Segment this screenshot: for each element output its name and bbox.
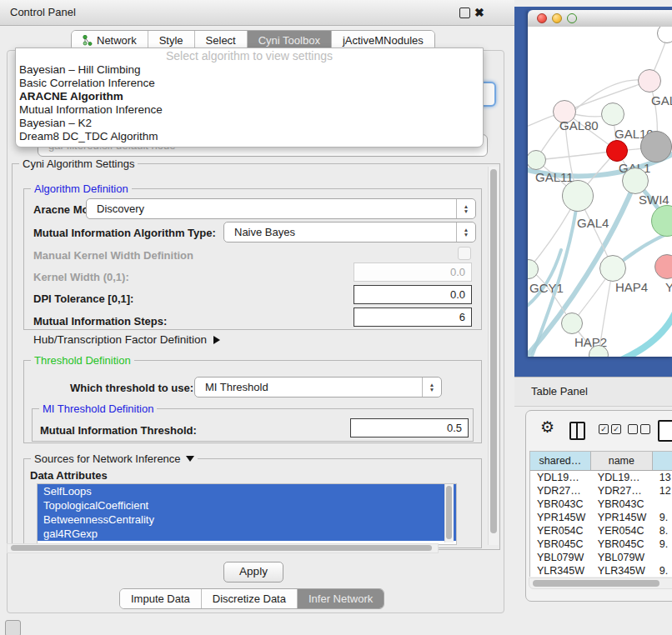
mi-steps-input[interactable]: 6 [354, 308, 472, 327]
attributes-vscrollbar[interactable] [444, 484, 454, 542]
settings-vscrollbar-thumb[interactable] [490, 169, 497, 533]
unchecked-box-icon [628, 424, 638, 434]
table-hscrollbar-thumb[interactable] [533, 580, 659, 587]
table-cell[interactable]: YDL19… [591, 471, 653, 484]
data-attribute-item[interactable]: SelfLoops [38, 484, 456, 498]
table-cell[interactable]: YBL079W [530, 551, 591, 564]
table-cell[interactable]: YER054C [530, 524, 591, 538]
dpi-tolerance-input[interactable]: 0.0 [354, 285, 472, 304]
sources-group-title[interactable]: Sources for Network Inference [31, 452, 198, 465]
manual-kernel-checkbox[interactable] [458, 247, 471, 260]
table-cell[interactable]: 9. [653, 564, 672, 577]
table-cell[interactable]: YPR145W [530, 511, 591, 524]
data-attribute-item[interactable]: TopologicalCoefficient [38, 498, 456, 512]
table-cell[interactable]: 13 [653, 471, 672, 484]
node-label: HAP4 [615, 280, 648, 294]
table-row[interactable]: YPR145WYPR145W9. [530, 511, 672, 524]
table-cell[interactable]: YDR27… [591, 484, 653, 498]
kernel-width-input[interactable]: 0.0 [354, 262, 472, 282]
settings-hscrollbar[interactable] [7, 543, 439, 553]
which-threshold-combo[interactable]: MI Threshold ▲▼ [194, 377, 442, 398]
table-hscrollbar[interactable] [529, 578, 672, 589]
mi-threshold-input[interactable]: 0.5 [350, 418, 469, 438]
table-cell[interactable]: YLR345W [530, 564, 591, 577]
table-cell[interactable]: YPR145W [591, 511, 653, 524]
attributes-vscrollbar-thumb[interactable] [446, 486, 452, 539]
table-row[interactable]: YER054CYER054C8. [530, 524, 672, 538]
algorithm-option[interactable]: Mutual Information Inference [16, 103, 483, 117]
aracne-mode-combo[interactable]: Discovery ▲▼ [86, 198, 476, 219]
tab-discretize-data[interactable]: Discretize Data [202, 589, 298, 608]
data-attribute-item[interactable]: BetweennessCentrality [38, 512, 456, 527]
column-view-icon[interactable] [569, 422, 585, 440]
algorithm-option[interactable]: Dream8 DC_TDC Algorithm [16, 130, 483, 143]
mini-panel-icon[interactable] [5, 620, 21, 635]
float-panel-icon[interactable] [459, 8, 470, 18]
minimize-traffic-icon[interactable] [552, 13, 562, 23]
table-cell[interactable]: YBL079W [591, 551, 653, 564]
column-header-shared-name[interactable]: shared… [530, 452, 591, 470]
gear-icon[interactable]: ⚙ [540, 418, 554, 437]
network-node-hap4[interactable] [599, 255, 626, 282]
mi-type-combo[interactable]: Naive Bayes ▲▼ [223, 222, 476, 242]
table-row[interactable]: YDR27…YDR27…12 [530, 484, 672, 498]
table-row[interactable]: YLR345WYLR345W9. [530, 564, 672, 577]
table-row[interactable]: YBR045CYBR045C9. [530, 538, 672, 551]
mi-type-value: Naive Bayes [234, 226, 295, 238]
table-cell[interactable]: YLR345W [591, 564, 653, 577]
network-node-gal[interactable] [638, 69, 661, 92]
table-cell[interactable]: YBR043C [591, 498, 653, 511]
algorithm-option[interactable]: Bayesian – K2 [16, 117, 483, 130]
column-header-name[interactable]: name [591, 452, 653, 470]
network-node[interactable] [640, 131, 672, 162]
data-attribute-item[interactable]: gal4RGexp [38, 527, 456, 541]
sources-title-text: Sources for Network Inference [34, 452, 181, 465]
algorithm-option[interactable]: ARACNE Algorithm [16, 90, 483, 103]
network-node-hap2[interactable] [561, 312, 583, 334]
zoom-traffic-icon[interactable] [567, 13, 577, 23]
network-node-gal10[interactable] [601, 102, 624, 126]
tab-infer-network[interactable]: Infer Network [298, 589, 384, 608]
table-cell[interactable]: YBR043C [530, 498, 591, 511]
hub-definition-toggle[interactable]: Hub/Transcription Factor Definition [33, 333, 220, 346]
table-cell[interactable]: YBR045C [591, 538, 653, 551]
select-all-checks-icon[interactable]: ✓✓ [599, 424, 624, 439]
algorithm-dropdown-placeholder: Select algorithm to view settings [16, 49, 483, 63]
table-cell[interactable]: YDL19… [530, 471, 591, 484]
node-label: GCY1 [529, 281, 564, 295]
node-table[interactable]: shared… name YDL19…YDL19…13YDR27…YDR27…1… [529, 451, 672, 577]
algorithm-option[interactable]: Bayesian – Hill Climbing [16, 63, 483, 77]
close-traffic-icon[interactable] [537, 13, 547, 23]
network-node-gal4[interactable] [562, 180, 594, 212]
table-cell[interactable]: YBR045C [530, 538, 591, 551]
node-label: Y [665, 280, 672, 294]
document-icon[interactable] [658, 420, 672, 442]
network-node-swi4[interactable] [622, 168, 649, 194]
settings-hscrollbar-thumb[interactable] [11, 545, 432, 551]
mi-threshold-label: Mutual Information Threshold: [40, 424, 197, 437]
table-cell[interactable] [653, 551, 672, 564]
checked-box-icon: ✓ [599, 424, 609, 434]
table-cell[interactable]: 12 [653, 484, 672, 498]
table-cell[interactable] [653, 498, 672, 511]
algorithm-option[interactable]: Basic Correlation Inference [16, 77, 483, 90]
network-window-titlebar[interactable] [528, 10, 672, 28]
table-cell[interactable]: 8. [653, 524, 672, 538]
network-node-gal1[interactable] [606, 140, 628, 162]
table-cell[interactable]: YDR27… [530, 484, 591, 498]
deselect-all-checks-icon[interactable] [628, 424, 653, 439]
network-canvas[interactable]: GALGAL80GAL10GAL1GAL11SWI4GAL4GCY1HAP4YH… [528, 27, 672, 357]
column-header-clipped[interactable] [653, 452, 672, 470]
table-cell[interactable]: 9. [653, 511, 672, 524]
table-row[interactable]: YBL079WYBL079W [530, 551, 672, 564]
table-row[interactable]: YDL19…YDL19…13 [530, 471, 672, 484]
table-cell[interactable]: YER054C [591, 524, 653, 538]
data-attributes-list[interactable]: SelfLoopsTopologicalCoefficientBetweenne… [37, 483, 457, 545]
table-cell[interactable]: 9. [653, 538, 672, 551]
network-icon [83, 35, 93, 46]
close-panel-icon[interactable]: ✖ [474, 7, 484, 18]
tab-impute-data[interactable]: Impute Data [120, 589, 202, 608]
settings-vscrollbar[interactable] [488, 167, 499, 545]
table-row[interactable]: YBR043CYBR043C [530, 498, 672, 511]
apply-button[interactable]: Apply [223, 562, 283, 582]
